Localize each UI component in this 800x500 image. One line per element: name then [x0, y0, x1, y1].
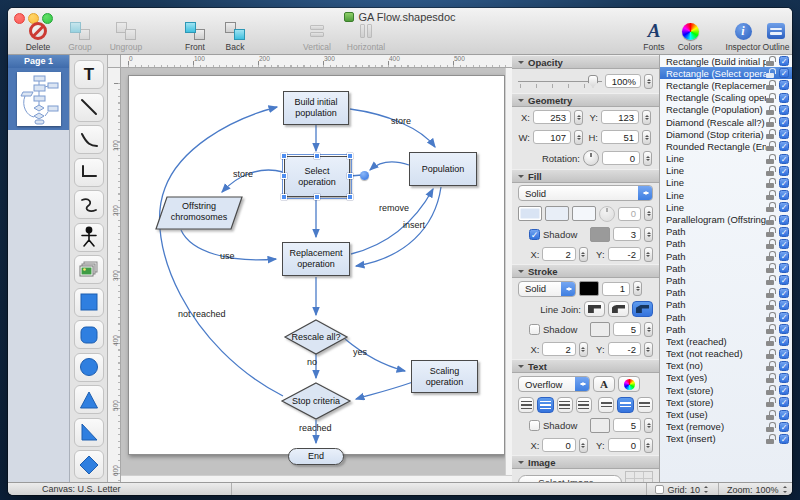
- tool-rounded-rectangle[interactable]: [74, 320, 104, 349]
- align-center-button[interactable]: [537, 397, 553, 413]
- stroke-shadow-x-field[interactable]: 2: [542, 342, 575, 356]
- line-join-round-button[interactable]: [608, 301, 629, 317]
- fill-shadow-x-stepper[interactable]: [579, 247, 588, 262]
- layer-row[interactable]: Text (yes)✓: [660, 372, 792, 384]
- fill-shadow-size-field[interactable]: 3: [613, 227, 641, 241]
- layer-row[interactable]: Text (insert)✓: [660, 433, 792, 445]
- geometry-x-field[interactable]: 253: [533, 110, 571, 124]
- visibility-checkbox[interactable]: ✓: [779, 361, 789, 371]
- front-button[interactable]: Front: [176, 21, 214, 52]
- lock-icon[interactable]: [766, 227, 775, 237]
- visibility-checkbox[interactable]: ✓: [779, 129, 789, 139]
- grid-stepper[interactable]: [703, 484, 710, 495]
- layer-row[interactable]: Rectangle (Build initial pop...✓: [660, 55, 792, 67]
- text-shadow-x-field[interactable]: 0: [542, 438, 575, 452]
- fill-swatch-2[interactable]: [545, 206, 569, 221]
- colors-button[interactable]: Colors: [672, 21, 708, 52]
- visibility-checkbox[interactable]: ✓: [779, 202, 789, 212]
- fill-swatch-1[interactable]: [518, 206, 542, 221]
- tool-ellipse[interactable]: [74, 353, 104, 382]
- visibility-checkbox[interactable]: ✓: [779, 190, 789, 200]
- layer-row[interactable]: Path✓: [660, 250, 792, 262]
- page-tab[interactable]: Page 1: [8, 55, 69, 68]
- node-scaling-operation[interactable]: Scaling operation: [411, 360, 478, 393]
- lock-icon[interactable]: [766, 410, 775, 420]
- stroke-shadow-y-field[interactable]: -2: [608, 342, 641, 356]
- visibility-checkbox[interactable]: ✓: [779, 68, 789, 78]
- selection-handle[interactable]: [281, 173, 287, 179]
- stroke-shadow-stepper[interactable]: [644, 322, 653, 337]
- stroke-shadow-checkbox[interactable]: [529, 324, 540, 335]
- canvas[interactable]: Build initial population Select operatio…: [121, 68, 512, 482]
- visibility-checkbox[interactable]: ✓: [779, 288, 789, 298]
- lock-icon[interactable]: [766, 117, 775, 127]
- stroke-color-swatch[interactable]: [579, 281, 599, 296]
- tool-rectangle[interactable]: [74, 288, 104, 317]
- selection-handle[interactable]: [314, 153, 320, 159]
- geometry-x-stepper[interactable]: [574, 110, 583, 125]
- image-section-header[interactable]: Image: [512, 455, 659, 469]
- layer-row[interactable]: Text (not reached)✓: [660, 348, 792, 360]
- visibility-checkbox[interactable]: ✓: [779, 105, 789, 115]
- lock-icon[interactable]: [766, 80, 775, 90]
- layer-row[interactable]: Diamond (Rescale all?)✓: [660, 116, 792, 128]
- node-end[interactable]: End: [288, 448, 344, 465]
- layer-row[interactable]: Line✓: [660, 201, 792, 213]
- edge-label-remove[interactable]: remove: [379, 203, 409, 213]
- lock-icon[interactable]: [766, 336, 775, 346]
- visibility-checkbox[interactable]: ✓: [779, 336, 789, 346]
- text-section-header[interactable]: Text: [512, 359, 659, 373]
- visibility-checkbox[interactable]: ✓: [779, 251, 789, 261]
- visibility-checkbox[interactable]: ✓: [779, 227, 789, 237]
- line-join-miter-button[interactable]: [584, 301, 605, 317]
- visibility-checkbox[interactable]: ✓: [779, 56, 789, 66]
- opacity-slider[interactable]: [518, 74, 602, 89]
- layer-row[interactable]: Line✓: [660, 177, 792, 189]
- lock-icon[interactable]: [766, 288, 775, 298]
- edge-label-reached[interactable]: reached: [299, 423, 332, 433]
- tool-image[interactable]: [74, 255, 104, 284]
- geometry-y-stepper[interactable]: [642, 110, 651, 125]
- fill-swatch-3[interactable]: [572, 206, 596, 221]
- canvas-horizontal-scrollbar[interactable]: [121, 475, 512, 482]
- visibility-checkbox[interactable]: ✓: [779, 117, 789, 127]
- lock-icon[interactable]: [766, 68, 775, 78]
- opacity-value-field[interactable]: 100%: [605, 74, 641, 88]
- lock-icon[interactable]: [766, 239, 775, 249]
- lock-icon[interactable]: [766, 385, 775, 395]
- text-shadow-y-stepper[interactable]: [644, 438, 653, 453]
- visibility-checkbox[interactable]: ✓: [779, 300, 789, 310]
- lock-icon[interactable]: [766, 312, 775, 322]
- geometry-section-header[interactable]: Geometry: [512, 93, 659, 107]
- visibility-checkbox[interactable]: ✓: [779, 93, 789, 103]
- line-join-bevel-button[interactable]: [632, 301, 653, 317]
- lock-icon[interactable]: [766, 263, 775, 273]
- layer-row[interactable]: Rounded Rectangle (End)✓: [660, 140, 792, 152]
- selection-handle[interactable]: [347, 153, 353, 159]
- lock-icon[interactable]: [766, 373, 775, 383]
- geometry-h-stepper[interactable]: [642, 130, 651, 145]
- back-button[interactable]: Back: [216, 21, 254, 52]
- lock-icon[interactable]: [766, 434, 775, 444]
- connector-endpoint-dot[interactable]: [360, 171, 369, 180]
- geometry-y-field[interactable]: 123: [601, 110, 639, 124]
- selection-handle[interactable]: [347, 194, 353, 200]
- tool-right-triangle[interactable]: [74, 418, 104, 447]
- tool-triangle[interactable]: [74, 385, 104, 414]
- visibility-checkbox[interactable]: ✓: [779, 385, 789, 395]
- edge-label-insert[interactable]: insert: [403, 220, 425, 230]
- visibility-checkbox[interactable]: ✓: [779, 410, 789, 420]
- visibility-checkbox[interactable]: ✓: [779, 178, 789, 188]
- fill-shadow-y-stepper[interactable]: [644, 247, 653, 262]
- canvas-vertical-scrollbar[interactable]: [505, 68, 512, 482]
- visibility-checkbox[interactable]: ✓: [779, 312, 789, 322]
- lock-icon[interactable]: [766, 361, 775, 371]
- stroke-width-stepper[interactable]: [633, 281, 642, 296]
- valign-top-button[interactable]: [598, 397, 614, 413]
- visibility-checkbox[interactable]: ✓: [779, 215, 789, 225]
- stroke-shadow-color-swatch[interactable]: [590, 322, 610, 337]
- align-right-button[interactable]: [557, 397, 573, 413]
- visibility-checkbox[interactable]: ✓: [779, 422, 789, 432]
- fill-shadow-checkbox[interactable]: ✓: [529, 229, 540, 240]
- text-shadow-checkbox[interactable]: [529, 420, 540, 431]
